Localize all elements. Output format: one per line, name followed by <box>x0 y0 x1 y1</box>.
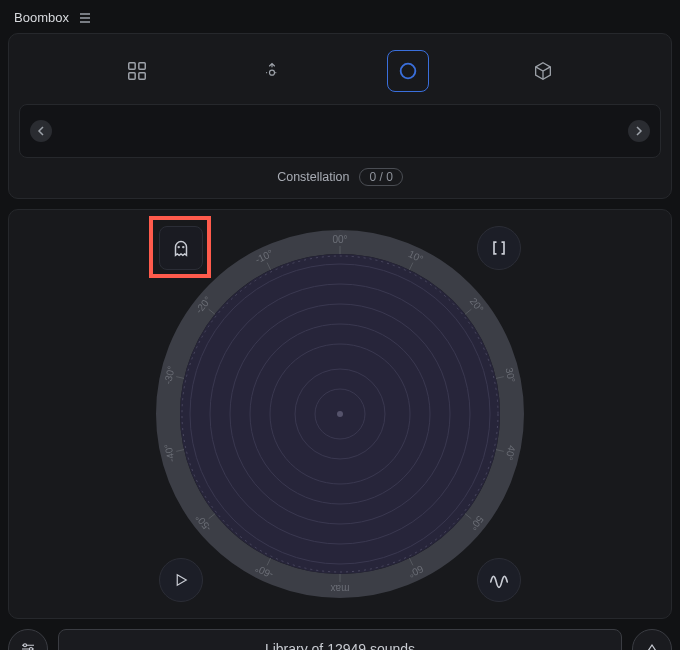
sound-target-icon <box>262 61 282 81</box>
tab-cube[interactable] <box>522 50 564 92</box>
menu-icon[interactable] <box>79 12 91 24</box>
library-bar[interactable]: Library of 12949 sounds <box>58 629 622 650</box>
orbit-icon <box>397 60 419 82</box>
svg-rect-1 <box>139 63 145 69</box>
orbit-dial[interactable]: 00°10°20°30°40°50°60°max-60°-50°-40°-30°… <box>150 224 530 604</box>
tab-target[interactable] <box>251 50 293 92</box>
svg-point-4 <box>270 70 275 75</box>
triangle-up-icon <box>644 641 660 650</box>
constellation-label: Constellation <box>277 170 349 184</box>
carousel-prev-button[interactable] <box>30 120 52 142</box>
tab-grid[interactable] <box>116 50 158 92</box>
svg-point-33 <box>24 644 27 647</box>
tab-orbit[interactable] <box>387 50 429 92</box>
svg-point-5 <box>400 64 415 79</box>
constellation-counter[interactable]: 0 / 0 <box>359 168 402 186</box>
svg-rect-2 <box>129 73 135 79</box>
svg-rect-3 <box>139 73 145 79</box>
chevron-right-icon <box>635 126 643 136</box>
chevron-left-icon <box>37 126 45 136</box>
orbit-tick-label: max <box>331 583 350 594</box>
view-tabs <box>19 44 661 104</box>
library-text: Library of 12949 sounds <box>265 641 415 650</box>
cube-icon <box>532 60 554 82</box>
titlebar: Boombox <box>8 8 672 33</box>
preset-carousel <box>19 104 661 158</box>
settings-button[interactable] <box>8 629 48 650</box>
expand-button[interactable] <box>632 629 672 650</box>
app-title: Boombox <box>14 10 69 25</box>
header-panel: Constellation 0 / 0 <box>8 33 672 199</box>
orbit-panel: 00°10°20°30°40°50°60°max-60°-50°-40°-30°… <box>8 209 672 619</box>
carousel-next-button[interactable] <box>628 120 650 142</box>
grid-icon <box>126 60 148 82</box>
constellation-row: Constellation 0 / 0 <box>19 168 661 186</box>
orbit-tick-label: 00° <box>332 234 347 245</box>
footer: Library of 12949 sounds <box>8 629 672 650</box>
sliders-icon <box>19 640 37 650</box>
svg-rect-0 <box>129 63 135 69</box>
svg-point-18 <box>337 411 343 417</box>
